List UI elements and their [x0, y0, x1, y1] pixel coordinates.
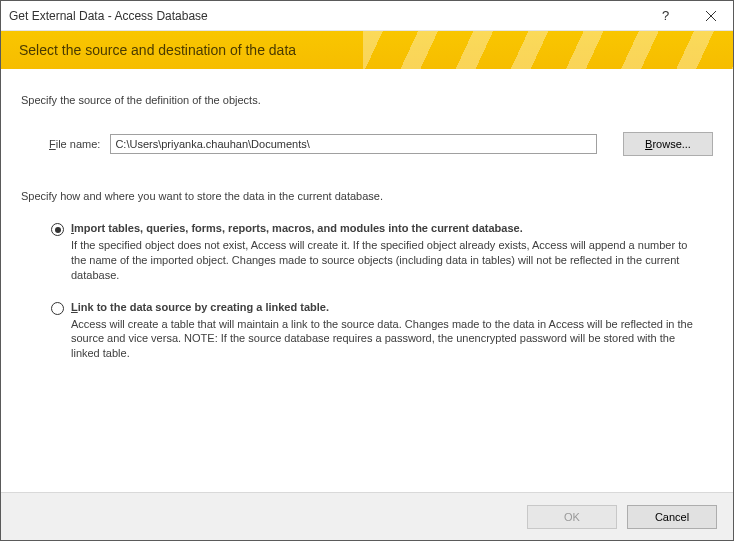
- option-import-desc: If the specified object does not exist, …: [71, 238, 713, 283]
- option-link-title: Link to the data source by creating a li…: [71, 301, 713, 313]
- titlebar: Get External Data - Access Database ?: [1, 1, 733, 31]
- radio-link-wrap: [51, 301, 71, 315]
- help-button[interactable]: ?: [643, 1, 688, 30]
- header-title: Select the source and destination of the…: [19, 42, 296, 58]
- browse-button[interactable]: Browse...: [623, 132, 713, 156]
- header-band: Select the source and destination of the…: [1, 31, 733, 69]
- option-import-title: Import tables, queries, forms, reports, …: [71, 222, 713, 234]
- radio-import[interactable]: [51, 223, 64, 236]
- ok-button[interactable]: OK: [527, 505, 617, 529]
- cancel-button[interactable]: Cancel: [627, 505, 717, 529]
- source-prompt: Specify the source of the definition of …: [21, 94, 713, 106]
- option-group: Import tables, queries, forms, reports, …: [51, 222, 713, 361]
- radio-import-wrap: [51, 222, 71, 236]
- content-area: Specify the source of the definition of …: [1, 69, 733, 492]
- close-icon: [706, 11, 716, 21]
- option-link[interactable]: Link to the data source by creating a li…: [51, 301, 713, 362]
- store-prompt: Specify how and where you want to store …: [21, 190, 713, 202]
- window-title: Get External Data - Access Database: [9, 9, 208, 23]
- file-name-input[interactable]: [110, 134, 597, 154]
- radio-link[interactable]: [51, 302, 64, 315]
- dialog-window: Get External Data - Access Database ? Se…: [0, 0, 734, 541]
- option-link-text: Link to the data source by creating a li…: [71, 301, 713, 362]
- file-row: File name: Browse...: [49, 132, 713, 156]
- close-button[interactable]: [688, 1, 733, 30]
- option-import-text: Import tables, queries, forms, reports, …: [71, 222, 713, 283]
- file-name-label: File name:: [49, 138, 100, 150]
- option-link-desc: Access will create a table that will mai…: [71, 317, 713, 362]
- footer: OK Cancel: [1, 492, 733, 540]
- option-import[interactable]: Import tables, queries, forms, reports, …: [51, 222, 713, 283]
- titlebar-controls: ?: [643, 1, 733, 30]
